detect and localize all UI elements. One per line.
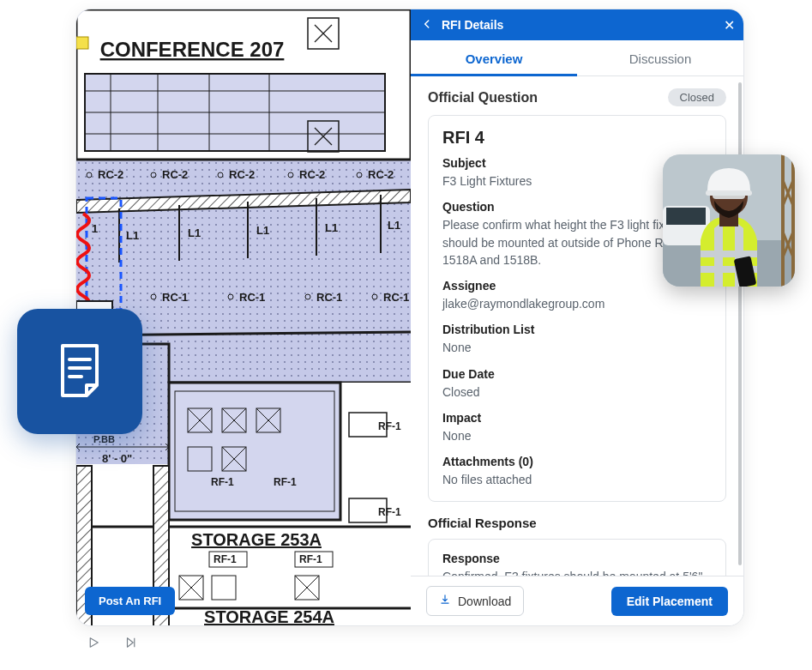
svg-rect-60 (169, 383, 340, 520)
avatar (663, 154, 795, 287)
svg-rect-93 (701, 250, 757, 257)
panel-footer: Download Edit Placement (411, 576, 743, 625)
download-button[interactable]: Download (426, 586, 524, 616)
svg-text:STORAGE  254A: STORAGE 254A (204, 607, 334, 625)
svg-text:8' - 0": 8' - 0" (102, 452, 132, 465)
attachments-label: Attachments (0) (442, 455, 712, 468)
svg-text:RC-1: RC-1 (383, 291, 409, 304)
panel-title: RFI Details (442, 18, 724, 32)
document-icon (47, 339, 112, 404)
svg-text:RC-2: RC-2 (368, 168, 394, 181)
response-value: Confirmed, F3 fixtures should be mounted… (442, 568, 712, 576)
svg-text:1: 1 (92, 222, 98, 235)
panel-content[interactable]: Official Question Closed RFI 4 Subject F… (411, 76, 743, 576)
svg-rect-21 (76, 37, 88, 49)
next-icon[interactable] (123, 635, 139, 654)
svg-text:RF-1: RF-1 (378, 420, 401, 432)
back-icon[interactable] (419, 18, 435, 33)
download-icon (439, 594, 451, 608)
svg-text:RC-2: RC-2 (162, 168, 188, 181)
play-icon[interactable] (86, 635, 101, 654)
panel-header: RFI Details ✕ (411, 9, 743, 40)
edit-placement-button[interactable]: Edit Placement (611, 587, 728, 616)
svg-text:RF-1: RF-1 (274, 476, 297, 488)
attachments-value: No files attached (442, 471, 712, 488)
document-app-icon (17, 309, 142, 434)
distribution-value: None (442, 339, 712, 356)
svg-text:RC-1: RC-1 (239, 291, 265, 304)
status-badge: Closed (668, 88, 726, 106)
svg-text:L1: L1 (188, 226, 201, 239)
svg-text:RF-1: RF-1 (214, 553, 237, 565)
svg-text:RC-2: RC-2 (229, 168, 255, 181)
impact-value: None (442, 427, 712, 444)
tab-discussion[interactable]: Discussion (577, 42, 743, 75)
svg-text:L1: L1 (325, 221, 338, 234)
distribution-label: Distribution List (442, 323, 712, 336)
svg-text:P.BB: P.BB (93, 434, 115, 444)
close-icon[interactable]: ✕ (724, 17, 735, 33)
svg-text:RC-2: RC-2 (98, 168, 123, 181)
official-question-title: Official Question (428, 90, 538, 106)
svg-text:L1: L1 (126, 229, 139, 242)
svg-rect-98 (713, 192, 745, 199)
app-frame: CONFERENCE 207 RC-2 RC-2 (75, 9, 744, 626)
response-label: Response (442, 552, 712, 565)
impact-label: Impact (442, 411, 712, 425)
post-rfi-button[interactable]: Post An RFI (85, 587, 175, 615)
rfi-number: RFI 4 (442, 128, 712, 148)
download-label: Download (458, 595, 511, 608)
playback-controls (86, 635, 139, 654)
svg-text:RC-2: RC-2 (299, 168, 325, 181)
svg-text:STORAGE  253A: STORAGE 253A (191, 530, 322, 549)
svg-text:RC-1: RC-1 (316, 291, 342, 304)
tab-overview[interactable]: Overview (411, 42, 577, 75)
svg-text:CONFERENCE  207: CONFERENCE 207 (100, 38, 285, 61)
svg-text:RF-1: RF-1 (378, 506, 401, 518)
svg-text:L1: L1 (388, 219, 400, 232)
duedate-value: Closed (442, 383, 712, 401)
assignee-value: jlake@raymondlakegroup.com (442, 295, 712, 312)
svg-text:RF-1: RF-1 (211, 476, 234, 488)
svg-text:L1: L1 (256, 224, 269, 237)
official-response-title: Official Response (428, 516, 726, 530)
rfi-detail-panel: RFI Details ✕ Overview Discussion Offici… (411, 9, 743, 625)
duedate-label: Due Date (442, 367, 712, 381)
response-card: Response Confirmed, F3 fixtures should b… (428, 539, 726, 576)
svg-text:RC-1: RC-1 (162, 291, 188, 304)
svg-text:RF-1: RF-1 (299, 553, 322, 565)
svg-rect-92 (666, 208, 706, 225)
